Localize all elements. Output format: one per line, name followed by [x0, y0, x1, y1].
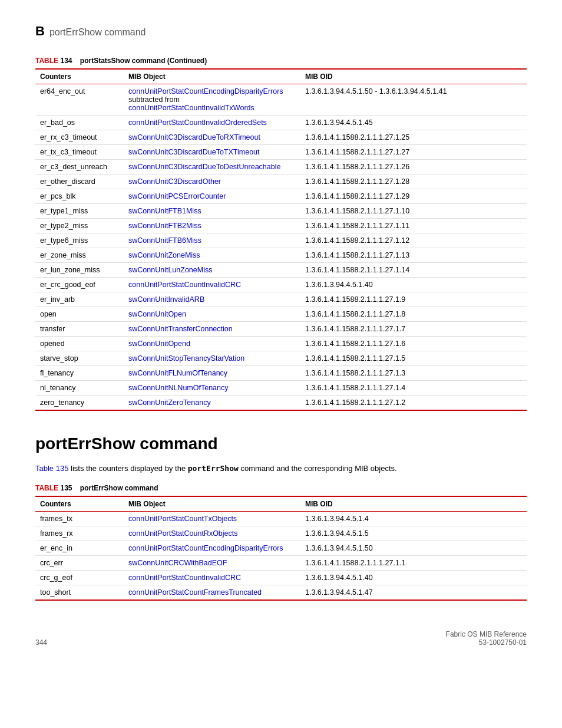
section-intro: Table 135 lists the counters displayed b… — [35, 463, 527, 475]
table135-header-row: Counters MIB Object MIB OID — [35, 496, 527, 512]
table135-title: portErrShow command — [80, 484, 158, 492]
counter-cell: er_inv_arb — [35, 292, 124, 307]
table134: Counters MIB Object MIB OID er64_enc_out… — [35, 68, 527, 411]
mib-obj-link[interactable]: connUnitPortStatCountInvalidTxWords — [128, 104, 254, 112]
table135-word: TABLE — [35, 484, 58, 492]
counter-cell: opened — [35, 337, 124, 351]
section-heading: portErrShow command — [35, 434, 527, 453]
mib-obj-link[interactable]: swConnUnitZeroTenancy — [128, 398, 211, 407]
table-row: er_inv_arb swConnUnitInvalidARB 1.3.6.1.… — [35, 292, 527, 307]
counter-cell: er_c3_dest_unreach — [35, 160, 124, 174]
section-intro-after: lists the counters displayed by the — [71, 464, 188, 473]
mib-oid-cell: 1.3.6.1.3.94.4.5.1.40 — [300, 570, 527, 585]
mib-oid-cell: 1.3.6.1.3.94.4.5.1.5 — [300, 526, 527, 541]
counter-cell: fl_tenancy — [35, 366, 124, 381]
table-row: er64_enc_out connUnitPortStatCountEncodi… — [35, 84, 527, 116]
chapter-letter: B — [35, 24, 45, 39]
mib-obj-link[interactable]: swConnUnitLunZoneMiss — [128, 266, 212, 274]
counter-cell: er_enc_in — [35, 541, 124, 555]
mib-obj-cell: swConnUnitC3DiscardDueToRXTimeout — [124, 130, 300, 145]
mib-oid-cell: 1.3.6.1.3.94.4.5.1.40 — [300, 278, 527, 292]
table-row: too_short connUnitPortStatCountFramesTru… — [35, 585, 527, 600]
mib-obj-link[interactable]: swConnUnitCRCWithBadEOF — [128, 559, 227, 567]
mib-oid-cell: 1.3.6.1.4.1.1588.2.1.1.1.27.1.4 — [300, 381, 527, 396]
mib-obj-cell: swConnUnitInvalidARB — [124, 292, 300, 307]
table-row: er_tx_c3_timeout swConnUnitC3DiscardDueT… — [35, 145, 527, 160]
mib-obj-link[interactable]: connUnitPortStatCountInvalidCRC — [128, 281, 241, 289]
mib-oid-cell: 1.3.6.1.4.1.1588.2.1.1.1.27.1.9 — [300, 292, 527, 307]
mib-obj-cell: swConnUnitStopTenancyStarVation — [124, 351, 300, 366]
mib-obj-link[interactable]: swConnUnitInvalidARB — [128, 295, 204, 304]
mib-obj-link[interactable]: swConnUnitOpend — [128, 340, 190, 348]
mib-obj-cell: connUnitPortStatCountInvalidCRC — [124, 278, 300, 292]
table134-col-mib-obj: MIB Object — [124, 69, 300, 84]
mib-obj-link[interactable]: swConnUnitPCSErrorCounter — [128, 192, 226, 200]
mib-obj-link[interactable]: swConnUnitC3DiscardDueToDestUnreachable — [128, 163, 280, 171]
table-row: opened swConnUnitOpend 1.3.6.1.4.1.1588.… — [35, 337, 527, 351]
mib-obj-link[interactable]: swConnUnitC3DiscardOther — [128, 177, 221, 186]
mib-obj-link[interactable]: connUnitPortStatCountTxObjects — [128, 515, 237, 523]
table134-word: TABLE — [35, 57, 58, 65]
mib-obj-cell: connUnitPortStatCountInvalidCRC — [124, 570, 300, 585]
table-row: er_other_discard swConnUnitC3DiscardOthe… — [35, 174, 527, 189]
mib-oid-cell: 1.3.6.1.4.1.1588.2.1.1.1.27.1.12 — [300, 233, 527, 248]
mib-obj-cell: swConnUnitOpend — [124, 337, 300, 351]
mib-obj-link[interactable]: connUnitPortStatCountEncodingDisparityEr… — [128, 87, 283, 95]
mib-obj-cell: swConnUnitFTB6Miss — [124, 233, 300, 248]
table-row: crc_g_eof connUnitPortStatCountInvalidCR… — [35, 570, 527, 585]
doc-num: 53-1002750-01 — [446, 638, 527, 647]
table135-label: TABLE 135 portErrShow command — [35, 484, 527, 492]
mib-obj-link[interactable]: swConnUnitFLNumOfTenancy — [128, 369, 227, 377]
mib-obj-link[interactable]: swConnUnitFTB2Miss — [128, 222, 201, 230]
section-intro-end: command and the corresponding MIB object… — [240, 464, 396, 473]
mib-obj-link[interactable]: swConnUnitFTB1Miss — [128, 207, 201, 215]
mib-obj-cell: swConnUnitNLNumOfTenancy — [124, 381, 300, 396]
mib-obj-link[interactable]: swConnUnitStopTenancyStarVation — [128, 354, 244, 363]
mib-oid-cell: 1.3.6.1.4.1.1588.2.1.1.1.27.1.3 — [300, 366, 527, 381]
mib-obj-link[interactable]: connUnitPortStatCountRxObjects — [128, 529, 238, 538]
mib-obj-cell: connUnitPortStatCountRxObjects — [124, 526, 300, 541]
mib-obj-cell: swConnUnitTransferConnection — [124, 322, 300, 337]
mib-oid-cell: 1.3.6.1.4.1.1588.2.1.1.1.27.1.26 — [300, 160, 527, 174]
mib-obj-link[interactable]: swConnUnitNLNumOfTenancy — [128, 384, 229, 392]
mib-obj-link[interactable]: connUnitPortStatCountInvalidCRC — [128, 574, 241, 582]
counter-cell: er_lun_zone_miss — [35, 263, 124, 278]
counter-cell: er_pcs_blk — [35, 189, 124, 204]
mib-oid-cell: 1.3.6.1.4.1.1588.2.1.1.1.27.1.28 — [300, 174, 527, 189]
table-row: starve_stop swConnUnitStopTenancyStarVat… — [35, 351, 527, 366]
mib-obj-link[interactable]: swConnUnitC3DiscardDueToTXTimeout — [128, 148, 260, 156]
mib-obj-link[interactable]: swConnUnitOpen — [128, 310, 186, 318]
mib-obj-link[interactable]: swConnUnitC3DiscardDueToRXTimeout — [128, 133, 260, 141]
counter-cell: nl_tenancy — [35, 381, 124, 396]
table-row: er_type6_miss swConnUnitFTB6Miss 1.3.6.1… — [35, 233, 527, 248]
mib-obj-cell: swConnUnitCRCWithBadEOF — [124, 555, 300, 570]
mib-oid-cell: 1.3.6.1.4.1.1588.2.1.1.1.27.1.2 — [300, 396, 527, 411]
table-row: open swConnUnitOpen 1.3.6.1.4.1.1588.2.1… — [35, 307, 527, 322]
table-row: er_type1_miss swConnUnitFTB1Miss 1.3.6.1… — [35, 204, 527, 219]
mib-obj-cell: connUnitPortStatCountEncodingDisparityEr… — [124, 541, 300, 555]
counter-cell: frames_tx — [35, 511, 124, 526]
table-row: er_c3_dest_unreach swConnUnitC3DiscardDu… — [35, 160, 527, 174]
counter-cell: er_type6_miss — [35, 233, 124, 248]
table135-col-mib-oid: MIB OID — [300, 496, 527, 512]
table-row: zero_tenancy swConnUnitZeroTenancy 1.3.6… — [35, 396, 527, 411]
table-row: er_pcs_blk swConnUnitPCSErrorCounter 1.3… — [35, 189, 527, 204]
mib-obj-link[interactable]: connUnitPortStatCountInvalidOrderedSets — [128, 118, 267, 127]
counter-cell: er_type1_miss — [35, 204, 124, 219]
counter-cell: er_bad_os — [35, 116, 124, 130]
mib-obj-link[interactable]: connUnitPortStatCountEncodingDisparityEr… — [128, 544, 283, 552]
section-command: portErrShow — [188, 464, 239, 473]
mib-obj-link[interactable]: swConnUnitFTB6Miss — [128, 236, 201, 245]
mib-obj-link[interactable]: swConnUnitTransferConnection — [128, 325, 233, 333]
mib-oid-cell: 1.3.6.1.4.1.1588.2.1.1.1.27.1.6 — [300, 337, 527, 351]
counter-cell: crc_g_eof — [35, 570, 124, 585]
table135-intro-link[interactable]: Table 135 — [35, 464, 68, 473]
mib-obj-link[interactable]: swConnUnitZoneMiss — [128, 251, 200, 259]
mib-obj-link[interactable]: connUnitPortStatCountFramesTruncated — [128, 588, 262, 597]
mib-obj-cell: connUnitPortStatCountInvalidOrderedSets — [124, 116, 300, 130]
page-header: B portErrShow command — [35, 24, 527, 39]
doc-title: Fabric OS MIB Reference — [446, 630, 527, 638]
table-row: crc_err swConnUnitCRCWithBadEOF 1.3.6.1.… — [35, 555, 527, 570]
mib-oid-cell: 1.3.6.1.4.1.1588.2.1.1.1.27.1.11 — [300, 219, 527, 233]
mib-obj-cell: connUnitPortStatCountTxObjects — [124, 511, 300, 526]
